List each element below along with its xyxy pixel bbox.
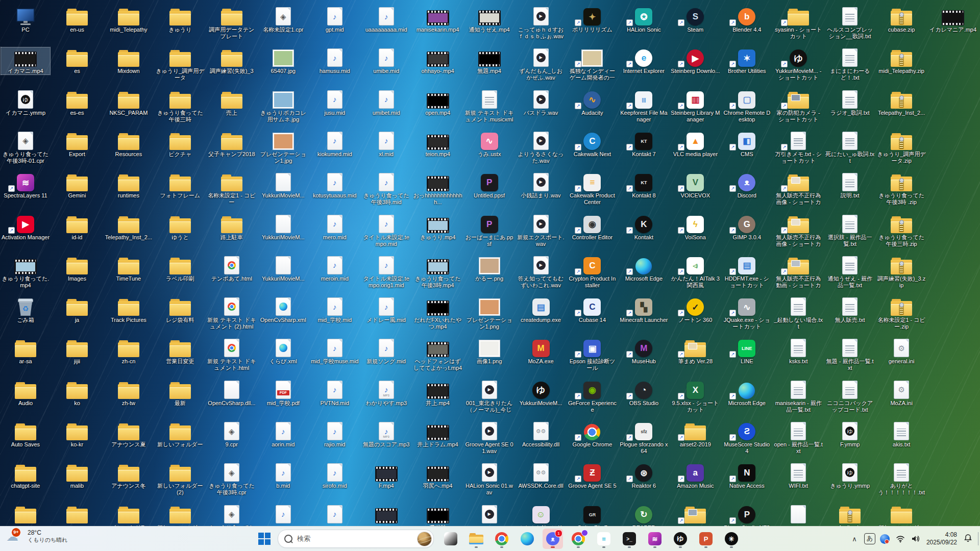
desktop-icon[interactable]: ♪ sirofo.mid xyxy=(310,462,359,489)
desktop-icon[interactable]: G ↗ GIMP 3.0.4 xyxy=(722,214,771,241)
desktop-icon[interactable]: KT ↗ Kontakt 7 xyxy=(619,131,668,158)
desktop-icon[interactable]: 調声練習(失敗)_3.zip xyxy=(877,255,926,289)
desktop-icon[interactable]: ♪ meroin.mid xyxy=(310,255,359,282)
desktop-icon[interactable]: P おーばーまにあ.ppsf xyxy=(465,214,514,247)
desktop-icon[interactable]: V ↗ VOICEVOX xyxy=(671,172,720,199)
desktop-icon[interactable]: くらび.xml xyxy=(259,338,308,365)
desktop-icon[interactable]: 無人販売.txt xyxy=(825,296,874,323)
desktop-icon[interactable]: ↗ Google Chrome xyxy=(568,421,617,448)
volume-icon[interactable] xyxy=(908,529,923,549)
desktop-icon[interactable]: open.mp4 xyxy=(413,89,462,116)
desktop-icon[interactable]: en-us xyxy=(53,6,102,33)
desktop-icon[interactable]: OpenCvSharp.xml xyxy=(259,296,308,323)
desktop-icon[interactable]: 名称未設定1 - コピー.zip xyxy=(877,296,926,330)
taskbar-app-pinned-app-window[interactable] xyxy=(440,529,461,549)
desktop-icon[interactable]: midi_Telepathy.zip xyxy=(877,47,926,74)
desktop-icon[interactable]: N ↗ Native Access xyxy=(722,462,771,489)
desktop-icon[interactable]: manisekarin.mp4 xyxy=(413,6,462,33)
desktop-icon[interactable]: ♪ きゅうり食ってた午後3時.mid xyxy=(362,172,411,206)
desktop-icon[interactable]: YukkuriMovieM... xyxy=(259,255,308,282)
desktop-icon[interactable]: ↗ 家の防犯カメラ - ショートカット xyxy=(774,89,823,123)
taskbar-app-microsoft-edge[interactable] xyxy=(517,529,537,549)
desktop-icon[interactable]: ▶ Groove Agent SE 01.wav xyxy=(465,421,514,455)
notification-bell-icon[interactable]: z xyxy=(960,529,975,549)
desktop-icon[interactable]: ♪ 新規ソング.mid xyxy=(362,338,411,365)
desktop-icon[interactable]: 死にたい_ゅ歌詞.txt xyxy=(825,131,874,164)
desktop-icon[interactable]: Telepathy_Inst_2... xyxy=(104,214,153,241)
desktop-icon[interactable]: ▣ ↗ Epson 接続診断ツール xyxy=(568,338,617,371)
desktop-icon[interactable]: 最新 xyxy=(156,380,205,407)
desktop-icon[interactable]: Track Pictures xyxy=(104,296,153,323)
desktop-icon[interactable]: WIFI.txt xyxy=(774,462,823,489)
desktop-icon[interactable]: ✓ ↗ ノートン 360 xyxy=(671,296,720,323)
desktop-icon[interactable]: ♪ xyxy=(259,504,308,524)
desktop-icon[interactable]: ゆ ↗ YukkuriMovieM... - ショートカット xyxy=(774,47,823,81)
desktop-icon[interactable]: ♪ umibet.mid xyxy=(362,89,411,116)
desktop-icon[interactable]: ▤ createdump.exe xyxy=(517,296,566,323)
desktop-icon[interactable]: ko xyxy=(53,380,102,407)
desktop-icon[interactable]: 路上駐車 xyxy=(207,214,256,241)
desktop-icon[interactable]: ▶ 答え知っててもむずいわこれ.wav xyxy=(517,255,566,289)
desktop-icon[interactable]: ▶ 新規エクスポート.wav xyxy=(517,214,566,247)
desktop-icon[interactable]: ϟ ↗ VoiSona xyxy=(671,214,720,241)
desktop-icon[interactable]: ♪ kiokumed.mid xyxy=(310,131,359,158)
desktop-icon[interactable]: 調声練習(失敗)_3 xyxy=(207,47,256,74)
desktop-icon[interactable]: ↗ 筆まめ Ver.28 xyxy=(671,338,720,365)
desktop-icon[interactable]: ♪ uaaaaaaaaa.mid xyxy=(362,6,411,33)
desktop-icon[interactable]: Gemini xyxy=(53,172,102,199)
taskbar-app-yukkuri-moviemaker[interactable]: ゆ xyxy=(670,529,691,549)
desktop-icon[interactable]: ↗ 無人販売不正行為画像 - ショートカット xyxy=(774,214,823,248)
desktop-icon[interactable]: ▶ ↗ Steinberg Downlo... xyxy=(671,47,720,74)
desktop-icon[interactable]: LINE ↗ LINE xyxy=(722,338,771,365)
desktop-icon[interactable]: _起動しない場合.txt xyxy=(774,296,823,330)
desktop-icon[interactable]: a ↗ Amazon Music xyxy=(671,462,720,489)
desktop-icon[interactable]: e ↗ Internet Explorer xyxy=(619,47,668,74)
weather-widget[interactable]: ☁ 9+ 28°C くもりのち晴れ xyxy=(6,529,68,544)
desktop-icon[interactable]: ko-kr xyxy=(53,421,102,448)
desktop-icon[interactable]: イカレマニア.mp4 xyxy=(928,6,977,33)
desktop-icon[interactable]: きゅうり食ってた午後3時.mp4 xyxy=(413,255,462,289)
taskbar-app-file-explorer[interactable] xyxy=(466,529,486,549)
desktop-icon[interactable]: ♪ jusu.mid xyxy=(310,89,359,116)
desktop-icon[interactable]: ♪ xyxy=(310,504,359,524)
desktop-icon[interactable]: ↗ 無人販売不正行為画像 - ショートカッ... xyxy=(774,172,823,206)
desktop-icon[interactable]: ∿ うみ.ustx xyxy=(465,131,514,158)
desktop-icon[interactable]: フォトフレーム xyxy=(156,172,205,199)
show-desktop-divider[interactable] xyxy=(978,532,978,545)
desktop-icon[interactable]: ♪ PVTNd.mid xyxy=(310,380,359,407)
desktop-icon[interactable]: P Untitled.ppsf xyxy=(465,172,514,199)
desktop-icon[interactable]: ▤ ↗ HDDFMT.exe - ショートカット xyxy=(722,255,771,289)
desktop-icon[interactable]: 画像1.png xyxy=(465,338,514,365)
desktop-icon[interactable]: M ↗ MuseHub xyxy=(619,338,668,365)
desktop-icon[interactable]: ゆ きゅうり.ymmp xyxy=(825,462,874,489)
desktop-icon[interactable]: ▶ バスドラ.wav xyxy=(517,89,566,116)
ime-mode-icon[interactable]: あ xyxy=(862,529,877,549)
desktop-icon[interactable]: きゅうり食ってた午後三時.zip xyxy=(877,214,926,247)
desktop-icon[interactable]: 新しいフォルダー (2) xyxy=(156,462,205,496)
desktop-icon[interactable]: cubase.zip xyxy=(877,6,926,33)
desktop-icon[interactable]: 井上ドラム.mp4 xyxy=(413,421,462,448)
desktop-icon[interactable]: Audio xyxy=(1,380,50,407)
desktop-icon[interactable]: まにまにわーるど！.txt xyxy=(825,47,874,81)
desktop-icon[interactable]: ◉ ↗ GeForce Experience xyxy=(568,380,617,413)
desktop-icon[interactable]: C ↗ Cakewalk Next xyxy=(568,131,617,158)
desktop-icon[interactable]: ◉ ↗ Controller Editor xyxy=(568,214,617,241)
desktop-icon[interactable]: ピクチャ xyxy=(156,131,205,158)
desktop-icon[interactable]: ◈ きゅうり食ってた午後3時-01.cpr xyxy=(1,131,50,164)
desktop-icon[interactable]: 父子キャンプ2018 xyxy=(207,131,256,158)
tray-chevron-up-icon[interactable]: ∧ xyxy=(847,529,862,549)
desktop-icon[interactable]: es-es xyxy=(53,89,102,116)
desktop-icon[interactable]: 新規 テキスト ドキュメント.html xyxy=(207,338,256,371)
desktop-icon[interactable]: きゅうり.mp4 xyxy=(413,214,462,241)
desktop-icon[interactable]: PDF mid_学校.pdf xyxy=(259,380,308,407)
desktop-icon[interactable]: ∿ ↗ JQuake.exe - ショートカット xyxy=(722,296,771,330)
desktop-icon[interactable]: jijii xyxy=(53,338,102,365)
desktop-icon[interactable]: ∿ ↗ Audacity xyxy=(568,89,617,116)
desktop-icon[interactable]: ヘッドフォンはずしててよかっt.mp4 xyxy=(413,338,462,371)
desktop-icon[interactable]: ♻ ごみ箱 xyxy=(1,296,50,323)
taskbar-app-spectralayers[interactable]: ≋ xyxy=(645,529,665,549)
desktop-icon[interactable]: おっhhhhhhhhhhhhh... xyxy=(413,172,462,206)
desktop-icon[interactable]: YukkuriMovieM... xyxy=(259,172,308,199)
desktop-icon[interactable]: Export xyxy=(53,131,102,158)
desktop-icon[interactable]: ♪MP3 無題のスコア.mp3 xyxy=(362,421,411,448)
